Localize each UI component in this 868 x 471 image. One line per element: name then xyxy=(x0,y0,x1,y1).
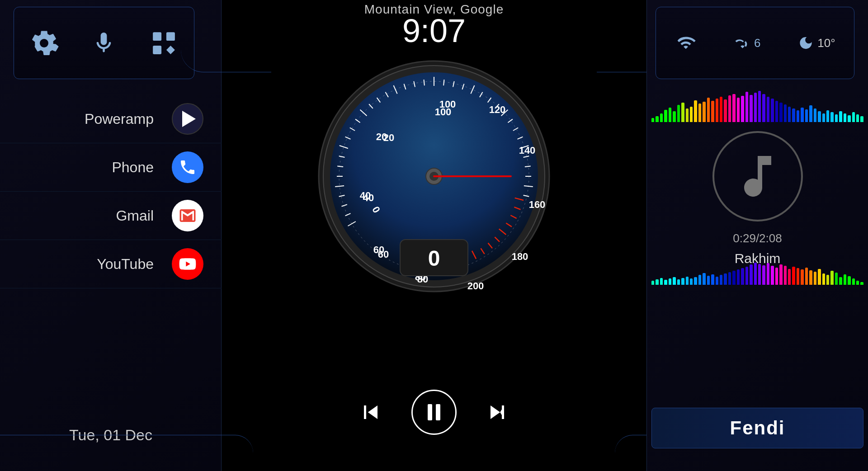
svg-line-38 xyxy=(424,80,425,85)
svg-text:0: 0 xyxy=(428,246,440,270)
eq-bar xyxy=(797,110,799,122)
eq-bar xyxy=(698,275,701,285)
eq-bar xyxy=(844,274,846,285)
phone-app-item[interactable]: Phone xyxy=(0,143,222,192)
eq-bar xyxy=(822,273,825,285)
eq-bar xyxy=(656,116,658,122)
prev-button[interactable] xyxy=(357,399,384,426)
pause-button[interactable] xyxy=(411,390,457,435)
pause-bar-left xyxy=(428,404,432,420)
gmail-label: Gmail xyxy=(18,207,163,224)
center-panel: 0 20 40 60 80 100 20 40 60 80 100 120 14… xyxy=(222,0,646,471)
equalizer-top xyxy=(651,90,863,122)
eq-bar xyxy=(792,108,795,122)
eq-bar xyxy=(711,101,714,122)
eq-bar xyxy=(724,273,726,285)
eq-bar xyxy=(797,268,799,285)
eq-bar xyxy=(818,111,821,122)
poweramp-app-item[interactable]: Poweramp xyxy=(0,95,222,143)
eq-bar xyxy=(673,277,675,285)
pause-icon xyxy=(428,404,440,420)
eq-bar xyxy=(830,112,833,122)
eq-bar xyxy=(728,95,731,122)
signal-status: 6 xyxy=(735,34,760,52)
svg-line-25 xyxy=(337,166,343,167)
eq-bar xyxy=(839,277,842,285)
youtube-label: YouTube xyxy=(18,256,163,273)
svg-rect-2 xyxy=(153,45,161,54)
eq-bar xyxy=(745,92,748,122)
youtube-app-item[interactable]: YouTube xyxy=(0,240,222,288)
eq-bar xyxy=(801,108,803,122)
right-panel: 6 10° 0:29/2:08 Rakhim Fendi xyxy=(646,0,868,471)
eq-bar xyxy=(681,278,684,285)
svg-text:180: 180 xyxy=(512,251,528,262)
wifi-status xyxy=(675,34,697,52)
eq-bar xyxy=(651,118,654,122)
signal-number: 6 xyxy=(754,36,760,50)
svg-rect-78 xyxy=(502,405,504,419)
svg-text:160: 160 xyxy=(529,199,546,210)
eq-bar xyxy=(703,102,705,122)
eq-bar xyxy=(669,278,671,285)
eq-bar xyxy=(750,95,752,122)
eq-bar xyxy=(758,91,761,122)
microphone-button[interactable] xyxy=(86,25,122,61)
eq-bar xyxy=(720,275,722,285)
eq-bar xyxy=(805,109,808,122)
eq-bar xyxy=(673,111,675,122)
eq-bar xyxy=(745,267,748,285)
eq-bar xyxy=(779,264,782,285)
svg-line-40 xyxy=(443,80,444,85)
svg-rect-1 xyxy=(166,32,175,41)
eq-bar xyxy=(741,96,744,122)
apps-button[interactable] xyxy=(146,25,182,61)
svg-text:200: 200 xyxy=(467,280,484,292)
gmail-icon xyxy=(172,200,203,231)
eq-bar xyxy=(792,267,795,285)
music-icon-container[interactable] xyxy=(712,131,803,221)
next-button[interactable] xyxy=(484,399,511,426)
eq-bar xyxy=(814,108,816,122)
eq-bar xyxy=(788,269,791,285)
eq-bar xyxy=(767,263,769,285)
eq-bar xyxy=(698,104,701,122)
eq-bar xyxy=(690,278,693,285)
eq-bar xyxy=(771,99,774,122)
eq-bar xyxy=(703,273,705,285)
settings-button[interactable] xyxy=(26,25,62,61)
svg-text:60: 60 xyxy=(378,249,389,260)
eq-bar xyxy=(809,105,812,122)
eq-bar xyxy=(754,93,757,122)
speedometer: 0 20 40 60 80 100 20 40 60 80 100 120 14… xyxy=(316,59,552,294)
eq-bar xyxy=(741,268,744,285)
eq-bar xyxy=(690,107,693,122)
song-title: Fendi xyxy=(730,417,785,439)
svg-text:120: 120 xyxy=(489,104,506,115)
eq-bar xyxy=(809,270,812,285)
eq-bar xyxy=(856,114,859,122)
eq-bar xyxy=(784,104,787,122)
eq-bar xyxy=(852,278,855,285)
gmail-app-item[interactable]: Gmail xyxy=(0,192,222,240)
eq-bar xyxy=(830,271,833,285)
eq-bar xyxy=(660,113,663,122)
play-triangle-icon xyxy=(182,111,196,127)
eq-bar xyxy=(771,266,774,285)
eq-bar xyxy=(779,103,782,122)
bottom-left-border-decoration xyxy=(0,435,253,471)
eq-bar xyxy=(775,101,778,122)
song-title-box[interactable]: Fendi xyxy=(651,408,863,448)
eq-bar xyxy=(694,277,697,285)
poweramp-label: Poweramp xyxy=(18,111,163,127)
left-panel: Poweramp Phone Gmail YouTube xyxy=(0,0,222,471)
eq-bar xyxy=(805,268,808,285)
eq-bar xyxy=(737,269,740,285)
top-left-controls xyxy=(14,7,194,79)
eq-bar xyxy=(856,281,859,285)
eq-bar xyxy=(664,280,667,285)
pause-bar-right xyxy=(436,404,440,420)
phone-icon xyxy=(172,151,203,183)
eq-bar xyxy=(716,277,718,285)
eq-bar xyxy=(835,273,838,285)
